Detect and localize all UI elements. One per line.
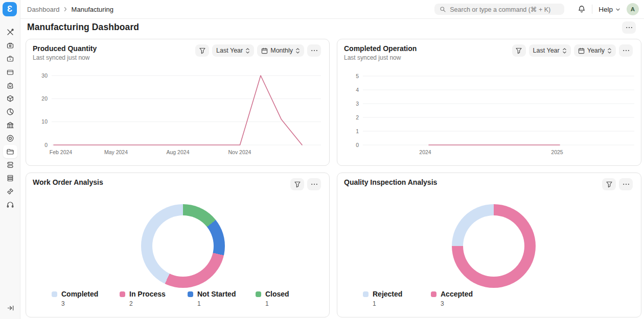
navbar: Dashboard Manufacturing Search or type a… bbox=[20, 0, 644, 19]
ellipsis-icon bbox=[626, 24, 633, 31]
expand-sidebar-icon bbox=[7, 304, 14, 312]
card-work-order-analysis: Work Order Analysis Completed3In Process… bbox=[26, 173, 330, 317]
legend-item: In Process2 bbox=[120, 290, 188, 307]
card-title: Work Order Analysis bbox=[33, 178, 103, 186]
help-menu-button[interactable]: Help bbox=[599, 6, 620, 13]
shopping-bag-icon bbox=[6, 81, 14, 89]
folder-icon bbox=[6, 148, 14, 156]
timespan-value: Last Year bbox=[216, 47, 243, 54]
legend-value: 3 bbox=[61, 300, 120, 307]
card-subtitle: Last synced just now bbox=[344, 54, 417, 61]
svg-text:2025: 2025 bbox=[551, 149, 563, 155]
legend-value: 1 bbox=[265, 300, 324, 307]
sidebar-item-cash-register[interactable] bbox=[3, 39, 17, 52]
sort-updown-icon bbox=[245, 47, 250, 54]
main-area: Dashboard Manufacturing Search or type a… bbox=[20, 0, 644, 317]
filter-button[interactable] bbox=[602, 178, 616, 190]
legend-item: Completed3 bbox=[52, 290, 120, 307]
tools-icon bbox=[6, 28, 14, 36]
filter-button[interactable] bbox=[512, 44, 526, 57]
sidebar-item-tools[interactable] bbox=[3, 26, 17, 39]
filter-funnel-icon bbox=[606, 181, 613, 188]
stack-icon bbox=[6, 161, 14, 169]
legend-label: In Process bbox=[129, 290, 166, 298]
breadcrumb: Dashboard Manufacturing bbox=[27, 6, 113, 13]
cash-register-icon bbox=[6, 41, 14, 50]
svg-text:2: 2 bbox=[356, 114, 359, 120]
building-icon bbox=[6, 121, 14, 129]
legend-value: 1 bbox=[197, 300, 256, 307]
timespan-select[interactable]: Last Year bbox=[212, 44, 254, 57]
sidebar-item-wallet[interactable] bbox=[3, 65, 17, 79]
svg-text:1: 1 bbox=[356, 128, 359, 134]
dashboard-grid: Produced Quantity Last synced just now L… bbox=[20, 36, 644, 317]
sidebar-item-headset[interactable] bbox=[3, 198, 17, 211]
chart-legend: Rejected1Accepted3 bbox=[363, 290, 499, 307]
sort-updown-icon bbox=[295, 47, 300, 54]
card-title: Produced Quantity bbox=[33, 44, 97, 53]
svg-text:20: 20 bbox=[41, 95, 48, 102]
card-menu-button[interactable] bbox=[307, 178, 321, 190]
ellipsis-icon bbox=[623, 181, 630, 188]
svg-text:10: 10 bbox=[41, 118, 48, 125]
breadcrumb-manufacturing[interactable]: Manufacturing bbox=[72, 6, 113, 13]
sidebar-item-target[interactable] bbox=[3, 132, 17, 145]
legend-label: Closed bbox=[265, 290, 289, 298]
navbar-divider bbox=[592, 5, 592, 14]
ellipsis-icon bbox=[311, 181, 318, 188]
granularity-select[interactable]: Yearly bbox=[574, 44, 616, 57]
notifications-bell-button[interactable] bbox=[578, 5, 586, 13]
quality-inspection-donut-chart[interactable] bbox=[452, 204, 536, 288]
user-avatar[interactable]: A bbox=[627, 3, 639, 15]
sidebar-item-pie-chart[interactable] bbox=[3, 105, 17, 118]
card-subtitle: Last synced just now bbox=[33, 54, 97, 61]
sidebar-item-stack[interactable] bbox=[3, 158, 17, 171]
legend-swatch bbox=[188, 291, 193, 297]
legend-swatch bbox=[363, 291, 369, 297]
card-title: Completed Operation bbox=[344, 44, 417, 53]
card-menu-button[interactable] bbox=[619, 178, 633, 190]
card-produced-quantity: Produced Quantity Last synced just now L… bbox=[26, 39, 330, 166]
card-controls bbox=[602, 178, 633, 190]
sidebar-item-layers[interactable] bbox=[3, 171, 17, 185]
svg-text:Feb 2024: Feb 2024 bbox=[50, 149, 73, 155]
svg-text:0: 0 bbox=[356, 142, 359, 148]
legend-label: Not Started bbox=[197, 290, 236, 298]
sidebar-item-folder[interactable] bbox=[3, 145, 17, 158]
svg-text:5: 5 bbox=[356, 73, 359, 79]
sidebar-item-plug[interactable] bbox=[3, 185, 17, 198]
work-order-donut-chart[interactable] bbox=[141, 204, 225, 288]
svg-text:0: 0 bbox=[44, 142, 48, 148]
donut-hole bbox=[463, 215, 524, 277]
svg-text:4: 4 bbox=[356, 87, 359, 93]
filter-button[interactable] bbox=[195, 44, 209, 57]
sidebar-item-briefcase[interactable] bbox=[3, 52, 17, 65]
bell-icon bbox=[578, 5, 586, 13]
card-menu-button[interactable] bbox=[307, 44, 321, 57]
sidebar-item-shopping-bag[interactable] bbox=[3, 79, 17, 92]
breadcrumb-dashboard[interactable]: Dashboard bbox=[27, 6, 60, 13]
pie-chart-icon bbox=[6, 108, 14, 116]
briefcase-icon bbox=[6, 55, 14, 63]
legend-label: Completed bbox=[61, 290, 98, 298]
legend-swatch bbox=[120, 291, 125, 297]
legend-swatch bbox=[52, 291, 57, 297]
legend-swatch bbox=[256, 291, 261, 297]
app-logo[interactable]: Ɛ bbox=[3, 2, 17, 16]
calendar-icon bbox=[261, 47, 268, 54]
page-menu-button[interactable] bbox=[622, 21, 636, 34]
card-menu-button[interactable] bbox=[619, 44, 633, 57]
legend-label: Rejected bbox=[373, 290, 402, 298]
timespan-select[interactable]: Last Year bbox=[529, 44, 571, 57]
search-icon bbox=[440, 6, 446, 13]
sidebar-expand-button[interactable] bbox=[4, 302, 17, 314]
svg-text:May 2024: May 2024 bbox=[104, 149, 128, 155]
sidebar-item-building[interactable] bbox=[3, 118, 17, 132]
filter-button[interactable] bbox=[290, 178, 304, 190]
granularity-select[interactable]: Monthly bbox=[257, 44, 304, 57]
global-search-input[interactable]: Search or type a command (⌘ + K) bbox=[434, 4, 564, 15]
plug-icon bbox=[6, 187, 14, 195]
sidebar-item-package[interactable] bbox=[3, 92, 17, 105]
svg-text:3: 3 bbox=[356, 101, 359, 107]
legend-label: Accepted bbox=[441, 290, 473, 298]
